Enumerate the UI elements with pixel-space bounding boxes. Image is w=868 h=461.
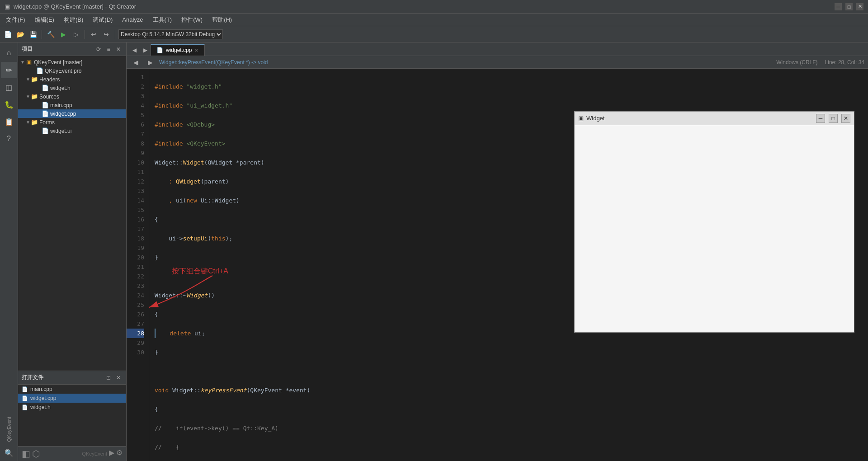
sources-arrow: ▼ [25,94,31,99]
open-file-widget-h[interactable]: 📄 widget.h [18,403,126,412]
title-bar-controls: ─ □ ✕ [835,3,863,10]
root-arrow: ▼ [20,60,25,65]
sidebar-bottom-controls: ◧ ⬡ QKeyEvent ▶ ⚙ [18,446,126,461]
pro-icon: 📄 [36,67,43,74]
filter-button[interactable]: ≡ [104,45,113,53]
widget-close-btn[interactable]: ✕ [841,114,850,123]
menu-tools[interactable]: 工具(T) [149,15,176,25]
project-icon-btn[interactable]: 📋 [1,113,17,130]
widget-title-bar: ▣ Widget ─ □ ✕ [575,112,854,125]
tree-root[interactable]: ▼ ▣ QKeyEvent [master] [18,58,126,66]
close-button[interactable]: ✕ [856,3,863,10]
menu-file[interactable]: 文件(F) [2,15,29,25]
tree-main-cpp[interactable]: 📄 main.cpp [18,101,126,109]
code-line-18: { [155,405,863,414]
wcpp-icon: 📄 [42,110,49,117]
wh-icon: 📄 [42,85,49,91]
root-icon: ▣ [25,59,33,66]
open-files-panel: 打开文件 ⊡ ✕ 📄 main.cpp 📄 widget.cpp 📄 widge [18,371,126,461]
open-file-widget-icon: 📄 [22,395,28,401]
minimize-button[interactable]: ─ [835,3,842,10]
new-file-button[interactable]: 📄 [2,29,13,40]
redo-button[interactable]: ↪ [101,29,112,40]
wui-icon: 📄 [42,127,49,134]
tab-close-btn[interactable]: ✕ [194,47,198,53]
project-panel-title: 项目 [22,45,33,53]
sources-label: Sources [39,94,59,100]
open-files-header: 打开文件 ⊡ ✕ [18,371,126,385]
build-button[interactable]: 🔨 [45,29,56,40]
headers-arrow: ▼ [25,77,31,82]
open-files-title: 打开文件 [22,374,43,381]
location-bar: ◀ ▶ Widget::keyPressEvent(QKeyEvent *) -… [127,56,868,69]
undo-button[interactable]: ↩ [88,29,99,40]
debug-bottom-icon-btn[interactable]: 🔍 [1,445,17,461]
tab-label: widget.cpp [166,47,192,53]
tab-widget-cpp[interactable]: 📄 widget.cpp ✕ [151,44,205,56]
menu-build[interactable]: 构建(B) [60,15,87,25]
code-line-20: // { [155,442,863,452]
menu-edit[interactable]: 编辑(E) [31,15,58,25]
tree-headers-folder[interactable]: ▼ 📁 Headers [18,75,126,84]
project-panel-header: 项目 ⟳ ≡ ✕ [18,42,126,56]
nav-forward-btn[interactable]: ▶ [145,57,156,68]
nav-back-btn[interactable]: ◀ [130,57,141,68]
tab-nav-right[interactable]: ▶ [140,45,151,56]
toggle-sidebar-btn[interactable]: ◧ [22,448,30,459]
tree-widget-ui[interactable]: 📄 widget.ui [18,127,126,135]
maximize-button[interactable]: □ [845,3,853,10]
wcpp-label: widget.cpp [50,111,76,117]
sync-button[interactable]: ⟳ [94,45,103,53]
cursor-position: Line: 28, Col: 34 [825,59,864,66]
welcome-icon-btn[interactable]: ⌂ [1,45,17,61]
open-files-layout-btn[interactable]: ⊡ [104,374,113,382]
pro-label: QKeyEvent.pro [45,68,81,74]
tree-widget-h[interactable]: 📄 widget.h [18,84,126,92]
tree-sources-folder[interactable]: ▼ 📁 Sources [18,92,126,101]
tree-widget-cpp[interactable]: 📄 widget.cpp [18,109,126,118]
open-file-main[interactable]: 📄 main.cpp [18,385,126,394]
open-button[interactable]: 📂 [15,29,26,40]
debug-icon-btn[interactable]: 🐛 [1,96,17,113]
menu-debug[interactable]: 调试(D) [89,15,116,25]
run-bottom-btn[interactable]: ▶ [109,448,114,459]
function-path: Widget::keyPressEvent(QKeyEvent *) -> vo… [159,59,268,66]
run-button[interactable]: ▶ [58,29,69,40]
edit-icon-btn[interactable]: ✏ [1,62,17,78]
tree-pro-file[interactable]: 📄 QKeyEvent.pro [18,66,126,75]
widget-controls: ─ □ ✕ [816,114,850,123]
open-file-wh-label: widget.h [30,404,51,410]
main-label: main.cpp [50,102,72,108]
menu-help[interactable]: 帮助(H) [208,15,236,25]
forms-label: Forms [39,119,55,126]
menu-widgets[interactable]: 控件(W) [178,15,206,25]
code-line-1: #include "widget.h" [155,82,863,91]
menu-analyze[interactable]: Analyze [118,15,146,24]
project-panel: 项目 ⟳ ≡ ✕ ▼ ▣ QKeyEvent [master] 📄 QKeyEv… [18,42,127,461]
help-icon-btn[interactable]: ? [1,131,17,147]
widget-body [575,125,854,332]
debug-run-button[interactable]: ▷ [71,29,81,40]
main-layout: ⌂ ✏ ◫ 🐛 📋 ? QKeyEvent 🔍 项目 ⟳ ≡ ✕ ▼ ▣ QKe… [0,42,868,461]
open-files-close-btn[interactable]: ✕ [114,374,123,382]
title-bar-left: ▣ widget.cpp @ QKeyEvent [master] - Qt C… [5,3,136,10]
close-panel-button[interactable]: ✕ [114,45,123,53]
headers-label: Headers [39,76,60,83]
config-dropdown[interactable]: Desktop Qt 5.14.2 MinGW 32bit Debug [118,29,223,39]
debug-sidebar-btn[interactable]: ⬡ [32,448,40,459]
widget-minimize-btn[interactable]: ─ [816,114,825,123]
separator-2 [85,30,85,39]
tab-bar: ◀ ▶ 📄 widget.cpp ✕ [127,42,868,56]
location-right: Windows (CRLF) Line: 28, Col: 34 [776,59,864,66]
debug-bottom-btn[interactable]: ⚙ [116,448,123,459]
main-icon: 📄 [42,102,49,108]
forms-arrow: ▼ [25,120,31,125]
save-button[interactable]: 💾 [28,29,38,40]
tree-forms-folder[interactable]: ▼ 📁 Forms [18,118,126,127]
design-icon-btn[interactable]: ◫ [1,79,17,95]
wui-label: widget.ui [50,128,71,134]
tab-nav-left[interactable]: ◀ [129,45,140,56]
open-file-widget-cpp[interactable]: 📄 widget.cpp [18,394,126,403]
widget-maximize-btn[interactable]: □ [829,114,838,123]
sidebar-project-name: QKeyEvent [42,448,107,459]
